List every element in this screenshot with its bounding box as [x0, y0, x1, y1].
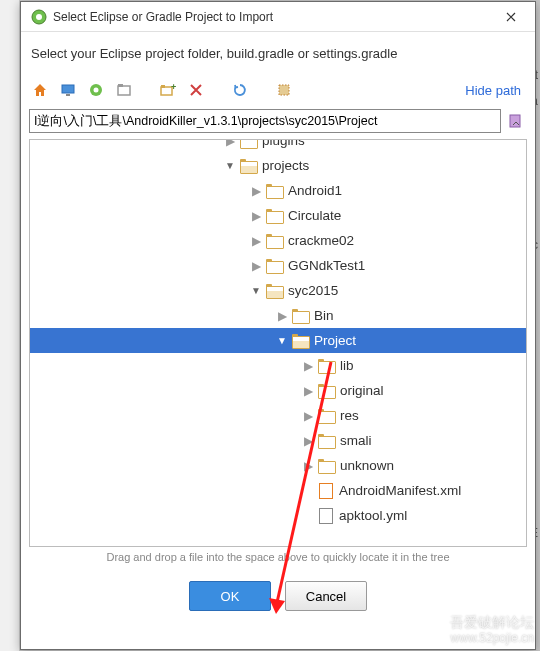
path-row — [21, 105, 535, 139]
tree-item-lib[interactable]: ▶lib — [30, 353, 526, 378]
folder-icon — [240, 139, 256, 147]
folder-icon — [292, 309, 308, 322]
hide-path-link[interactable]: Hide path — [465, 83, 527, 98]
chevron-right-icon[interactable]: ▶ — [300, 409, 316, 423]
home-icon[interactable] — [29, 79, 51, 101]
folder-icon — [318, 384, 334, 397]
svg-point-5 — [94, 88, 99, 93]
tree-item-label: unknown — [340, 458, 394, 473]
chevron-down-icon[interactable]: ▼ — [222, 160, 238, 171]
tree-item-label: crackme02 — [288, 233, 354, 248]
tree-item-crackme02[interactable]: ▶crackme02 — [30, 228, 526, 253]
folder-open-icon — [266, 284, 282, 297]
show-hidden-icon[interactable] — [273, 79, 295, 101]
tree-item-unknown[interactable]: ▶unknown — [30, 453, 526, 478]
chevron-right-icon[interactable]: ▶ — [300, 459, 316, 473]
svg-rect-9 — [161, 85, 165, 88]
folder-icon — [266, 259, 282, 272]
chevron-right-icon[interactable]: ▶ — [248, 234, 264, 248]
svg-rect-3 — [66, 94, 70, 96]
tree-item-projects[interactable]: ▼projects — [30, 153, 526, 178]
tree-item-syc2015[interactable]: ▼syc2015 — [30, 278, 526, 303]
tree-item-res[interactable]: ▶res — [30, 403, 526, 428]
tree-item-label: original — [340, 383, 384, 398]
import-dialog: Select Eclipse or Gradle Project to Impo… — [20, 1, 536, 650]
tree-item-project[interactable]: ▼Project — [30, 328, 526, 353]
svg-point-1 — [36, 14, 42, 20]
chevron-right-icon[interactable]: ▶ — [248, 209, 264, 223]
button-row: OK Cancel — [21, 573, 535, 615]
ok-button[interactable]: OK — [189, 581, 271, 611]
chevron-right-icon[interactable]: ▶ — [248, 259, 264, 273]
tree-item-label: Project — [314, 333, 356, 348]
file-icon — [319, 508, 333, 524]
instruction-text: Select your Eclipse project folder, buil… — [21, 32, 535, 69]
new-folder-icon[interactable]: + — [157, 79, 179, 101]
folder-icon — [266, 184, 282, 197]
file-tree[interactable]: ▶plugins▼projects▶Android1▶Circulate▶cra… — [29, 139, 527, 547]
titlebar: Select Eclipse or Gradle Project to Impo… — [21, 2, 535, 32]
chevron-right-icon[interactable]: ▶ — [300, 384, 316, 398]
chevron-down-icon[interactable]: ▼ — [274, 335, 290, 346]
tree-item-label: Circulate — [288, 208, 341, 223]
folder-open-icon — [240, 159, 256, 172]
file-icon — [319, 483, 333, 499]
module-icon[interactable] — [113, 79, 135, 101]
tree-item-label: Bin — [314, 308, 334, 323]
tree-item-label: projects — [262, 158, 309, 173]
folder-icon — [318, 359, 334, 372]
chevron-right-icon[interactable]: ▶ — [248, 184, 264, 198]
cancel-button[interactable]: Cancel — [285, 581, 367, 611]
folder-icon — [318, 409, 334, 422]
svg-text:+: + — [171, 82, 176, 92]
tree-item-label: apktool.yml — [339, 508, 407, 523]
chevron-right-icon[interactable]: ▶ — [222, 139, 238, 148]
svg-rect-6 — [118, 86, 130, 95]
tree-item-label: res — [340, 408, 359, 423]
tree-item-label: AndroidManifest.xml — [339, 483, 461, 498]
tree-item-androidmanifest-xml[interactable]: AndroidManifest.xml — [30, 478, 526, 503]
desktop-icon[interactable] — [57, 79, 79, 101]
chevron-right-icon[interactable]: ▶ — [300, 359, 316, 373]
tree-item-plugins[interactable]: ▶plugins — [30, 139, 526, 153]
folder-icon — [318, 459, 334, 472]
svg-rect-11 — [279, 85, 289, 95]
tree-item-ggndktest1[interactable]: ▶GGNdkTest1 — [30, 253, 526, 278]
chevron-right-icon[interactable]: ▶ — [274, 309, 290, 323]
tree-item-apktool-yml[interactable]: apktool.yml — [30, 503, 526, 528]
svg-rect-2 — [62, 85, 74, 93]
path-input[interactable] — [29, 109, 501, 133]
tree-item-label: smali — [340, 433, 372, 448]
history-dropdown-icon[interactable] — [505, 110, 527, 132]
tree-item-label: GGNdkTest1 — [288, 258, 365, 273]
tree-item-label: syc2015 — [288, 283, 338, 298]
drop-hint: Drag and drop a file into the space abov… — [21, 547, 535, 573]
app-icon — [31, 9, 47, 25]
tree-item-label: Android1 — [288, 183, 342, 198]
tree-item-label: lib — [340, 358, 354, 373]
tree-item-bin[interactable]: ▶Bin — [30, 303, 526, 328]
tree-item-android1[interactable]: ▶Android1 — [30, 178, 526, 203]
project-icon[interactable] — [85, 79, 107, 101]
tree-item-circulate[interactable]: ▶Circulate — [30, 203, 526, 228]
delete-icon[interactable] — [185, 79, 207, 101]
svg-rect-7 — [118, 84, 123, 87]
close-button[interactable] — [491, 3, 531, 31]
toolbar: + Hide path — [21, 75, 535, 105]
tree-item-smali[interactable]: ▶smali — [30, 428, 526, 453]
folder-icon — [318, 434, 334, 447]
folder-icon — [266, 234, 282, 247]
chevron-down-icon[interactable]: ▼ — [248, 285, 264, 296]
tree-item-original[interactable]: ▶original — [30, 378, 526, 403]
tree-item-label: plugins — [262, 139, 305, 148]
window-title: Select Eclipse or Gradle Project to Impo… — [53, 10, 491, 24]
chevron-right-icon[interactable]: ▶ — [300, 434, 316, 448]
background-panel — [0, 0, 20, 651]
refresh-icon[interactable] — [229, 79, 251, 101]
folder-icon — [266, 209, 282, 222]
folder-open-icon — [292, 334, 308, 347]
